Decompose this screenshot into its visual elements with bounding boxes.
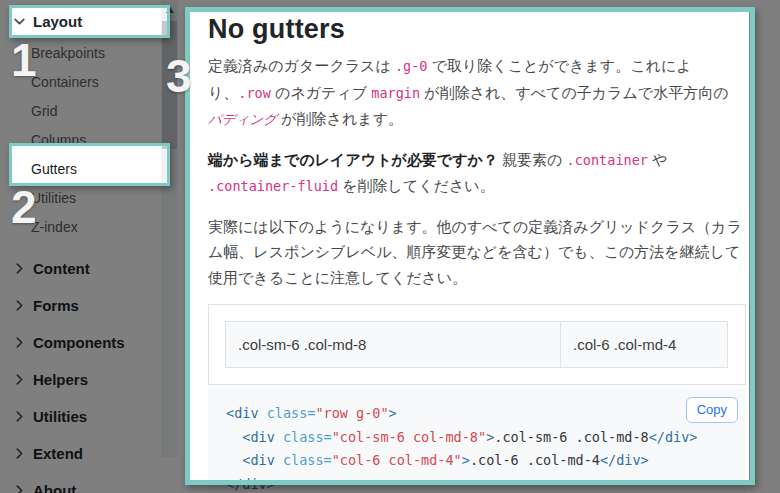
chevron-right-icon [13, 373, 26, 386]
sidebar-section-label: About [33, 482, 76, 493]
sidebar-item-utilities[interactable]: Utilities [31, 184, 162, 213]
sidebar-section-extend[interactable]: Extend [0, 435, 162, 472]
sidebar-item-zindex[interactable]: Z-index [31, 213, 162, 242]
code-line: <div class="row g-0"> [226, 402, 728, 426]
inline-code: .container-fluid [208, 178, 338, 194]
inline-code: .row [238, 85, 271, 101]
scrollbar-thumb[interactable] [162, 21, 177, 149]
sidebar-scrollbar[interactable] [161, 0, 178, 457]
sidebar-section-forms[interactable]: Forms [0, 287, 162, 324]
chevron-right-icon [13, 262, 26, 275]
chevron-right-icon [13, 336, 26, 349]
sidebar-section-about[interactable]: About [0, 472, 162, 493]
sidebar-sections: Content Forms Components Helpers Utiliti… [0, 250, 162, 493]
example-row: .col-sm-6 .col-md-8 .col-6 .col-md-4 [225, 321, 729, 368]
code-line: <div class="col-6 col-md-4">.col-6 .col-… [226, 449, 728, 473]
sidebar-section-label: Utilities [33, 408, 87, 425]
sidebar-item-columns[interactable]: Columns [31, 126, 162, 155]
sidebar: Layout Breakpoints Containers Grid Colum… [0, 0, 162, 493]
code-line: <div class="col-sm-6 col-md-8">.col-sm-6… [226, 426, 728, 450]
padding-link[interactable]: パディング [208, 111, 277, 127]
inline-code: .g-0 [395, 58, 428, 74]
sidebar-item-breakpoints[interactable]: Breakpoints [31, 39, 162, 68]
chevron-right-icon [13, 299, 26, 312]
copy-button[interactable]: Copy [686, 397, 738, 423]
sidebar-section-components[interactable]: Components [0, 324, 162, 361]
sidebar-section-label: Extend [33, 445, 83, 462]
sidebar-section-content[interactable]: Content [0, 250, 162, 287]
sidebar-section-label: Components [33, 334, 125, 351]
sidebar-item-containers[interactable]: Containers [31, 68, 162, 97]
chevron-right-icon [13, 410, 26, 423]
inline-code: .container [567, 152, 648, 168]
sidebar-item-gutters[interactable]: Gutters [31, 155, 162, 184]
sidebar-section-label: Helpers [33, 371, 88, 388]
page-title: No gutters [208, 14, 746, 45]
paragraph-2: 端から端までのレイアウトが必要ですか？ 親要素の .container や .c… [208, 147, 746, 200]
chevron-down-icon [13, 15, 26, 28]
bootstrap-docs-page: Layout Breakpoints Containers Grid Colum… [0, 0, 780, 493]
sidebar-item-grid[interactable]: Grid [31, 97, 162, 126]
example-col-md-8: .col-sm-6 .col-md-8 [225, 321, 561, 368]
sidebar-section-utilities[interactable]: Utilities [0, 398, 162, 435]
sidebar-sublist: Breakpoints Containers Grid Columns Gutt… [0, 39, 162, 242]
code-line: </div> [226, 473, 728, 493]
sidebar-section-label: Content [33, 260, 90, 277]
scroll-up-arrow-icon[interactable] [161, 0, 178, 19]
bold-lead: 端から端までのレイアウトが必要ですか？ [208, 151, 498, 168]
example-col-md-4: .col-6 .col-md-4 [560, 321, 728, 368]
sidebar-section-helpers[interactable]: Helpers [0, 361, 162, 398]
sidebar-section-label: Layout [33, 13, 82, 30]
sidebar-section-layout[interactable]: Layout [0, 6, 162, 37]
inline-code: margin [371, 85, 420, 101]
paragraph-1: 定義済みのガタークラスは .g-0 で取り除くことができます。これにより、.ro… [208, 53, 746, 133]
chevron-right-icon [13, 484, 26, 493]
paragraph-3: 実際には以下のようになります。他のすべての定義済みグリッドクラス（カラム幅、レス… [208, 214, 746, 291]
code-block: Copy <div class="row g-0"> <div class="c… [208, 388, 746, 493]
main-content: No gutters 定義済みのガタークラスは .g-0 で取り除くことができま… [178, 0, 780, 493]
grid-example: .col-sm-6 .col-md-8 .col-6 .col-md-4 [208, 304, 746, 385]
chevron-right-icon [13, 447, 26, 460]
sidebar-section-label: Forms [33, 297, 79, 314]
